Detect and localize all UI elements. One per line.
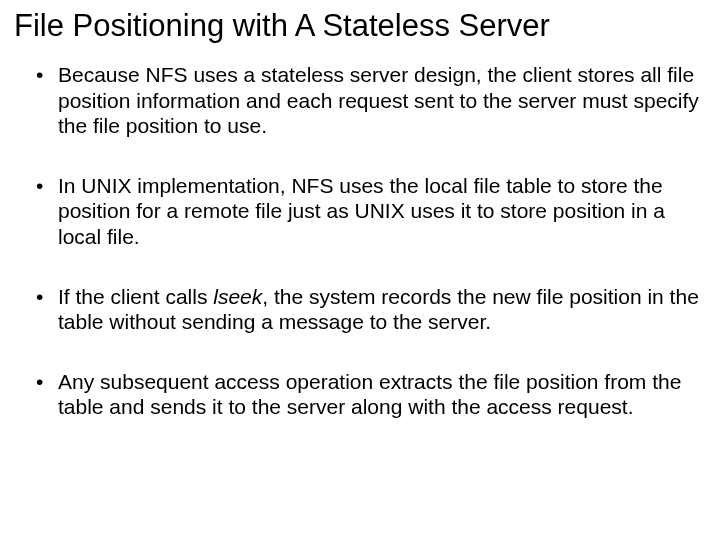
bullet-item: Any subsequent access operation extracts… [36, 369, 704, 420]
bullet-text: In UNIX implementation, NFS uses the loc… [58, 174, 665, 248]
bullet-list: Because NFS uses a stateless server desi… [10, 62, 710, 420]
bullet-italic: lseek [213, 285, 262, 308]
bullet-item: In UNIX implementation, NFS uses the loc… [36, 173, 704, 250]
bullet-text: Any subsequent access operation extracts… [58, 370, 681, 419]
bullet-item: If the client calls lseek, the system re… [36, 284, 704, 335]
bullet-item: Because NFS uses a stateless server desi… [36, 62, 704, 139]
bullet-text: Because NFS uses a stateless server desi… [58, 63, 699, 137]
bullet-text: If the client calls [58, 285, 213, 308]
slide: File Positioning with A Stateless Server… [0, 0, 720, 540]
slide-title: File Positioning with A Stateless Server [14, 8, 710, 44]
